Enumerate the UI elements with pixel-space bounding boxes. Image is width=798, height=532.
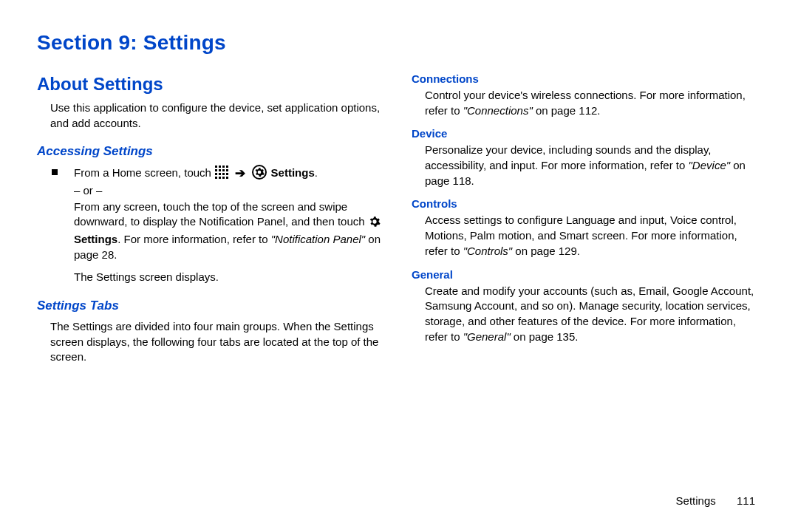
device-ref-ital: "Device": [689, 159, 731, 171]
settings-gear-icon: [369, 216, 381, 232]
swipe-ref-ital: "Notification Panel": [271, 233, 365, 245]
square-bullet-icon: [52, 169, 58, 175]
connections-ref-tail: on page 112.: [533, 104, 601, 117]
controls-heading: Controls: [412, 197, 760, 210]
footer-label: Settings: [676, 494, 716, 507]
arrow-right-icon: ➔: [235, 166, 245, 180]
swipe-text-b: . For more information, refer to: [117, 233, 271, 245]
step-settings-label: Settings: [271, 166, 315, 179]
controls-ref-tail: on page 129.: [512, 245, 580, 257]
connections-body: Control your device's wireless connectio…: [412, 88, 760, 118]
step-suffix: .: [315, 166, 318, 179]
or-divider: – or –: [37, 183, 385, 199]
swipe-settings-label: Settings: [74, 233, 117, 245]
result-line: The Settings screen displays.: [37, 270, 385, 285]
about-settings-body: Use this application to configure the de…: [37, 100, 385, 131]
connections-ref-ital: "Connections": [463, 104, 533, 117]
general-body: Create and modify your accounts (such as…: [412, 284, 760, 345]
right-column: Connections Control your device's wirele…: [412, 69, 760, 368]
section-title: Section 9: Settings: [37, 31, 760, 55]
apps-grid-icon: [215, 166, 228, 179]
device-heading: Device: [412, 127, 760, 140]
connections-heading: Connections: [412, 72, 760, 85]
step-prefix: From a Home screen, touch: [74, 166, 214, 179]
swipe-text-a: From any screen, touch the top of the sc…: [74, 200, 368, 228]
step-row: From a Home screen, touch ➔ Settings.: [37, 165, 385, 182]
footer-page-number: 111: [737, 494, 755, 507]
settings-tabs-body: The Settings are divided into four main …: [37, 319, 385, 365]
page: Section 9: Settings About Settings Use t…: [0, 0, 798, 532]
swipe-instruction: From any screen, touch the top of the sc…: [37, 200, 385, 263]
device-text: Personalize your device, including sound…: [425, 143, 711, 171]
accessing-settings-heading: Accessing Settings: [37, 144, 385, 159]
device-body: Personalize your device, including sound…: [412, 143, 760, 188]
content-columns: About Settings Use this application to c…: [37, 69, 760, 368]
general-ref-tail: on page 135.: [511, 330, 579, 343]
left-column: About Settings Use this application to c…: [37, 69, 385, 368]
general-ref-ital: "General": [463, 330, 511, 343]
settings-tabs-heading: Settings Tabs: [37, 299, 385, 313]
step-body: From a Home screen, touch ➔ Settings.: [74, 165, 385, 182]
controls-ref-ital: "Controls": [463, 245, 513, 257]
about-settings-heading: About Settings: [37, 74, 385, 95]
page-footer: Settings 111: [676, 494, 755, 507]
settings-gear-circled-icon: [252, 165, 267, 180]
general-heading: General: [412, 268, 760, 281]
controls-body: Access settings to configure Language an…: [412, 213, 760, 259]
